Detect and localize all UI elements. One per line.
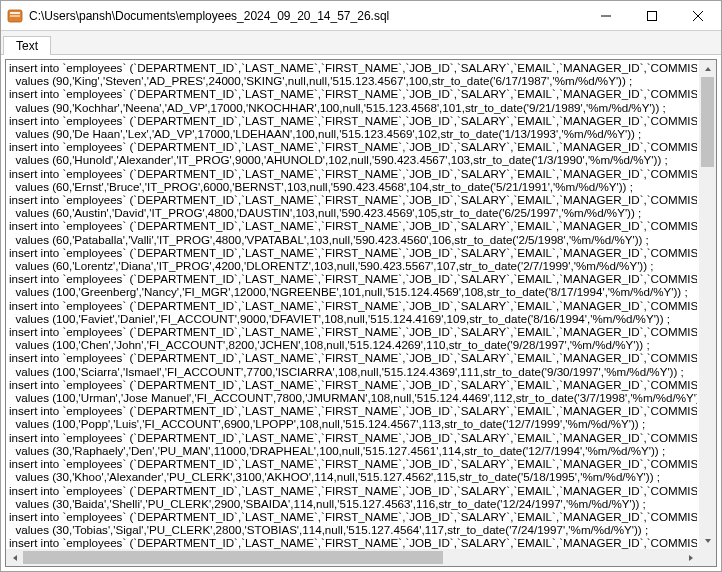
svg-marker-8	[705, 539, 711, 543]
scroll-left-button[interactable]	[6, 549, 23, 566]
text-line: insert into `employees` (`DEPARTMENT_ID`…	[9, 351, 697, 364]
text-line: insert into `employees` (`DEPARTMENT_ID`…	[9, 193, 697, 206]
text-line: values (30,'Raphaely','Den','PU_MAN',110…	[9, 444, 697, 457]
svg-marker-10	[689, 555, 693, 561]
text-line: insert into `employees` (`DEPARTMENT_ID`…	[9, 325, 697, 338]
text-line: insert into `employees` (`DEPARTMENT_ID`…	[9, 378, 697, 391]
text-line: insert into `employees` (`DEPARTMENT_ID`…	[9, 299, 697, 312]
text-line: values (100,'Greenberg','Nancy','FI_MGR'…	[9, 285, 697, 298]
svg-rect-2	[10, 15, 20, 17]
window-title: C:\Users\pansh\Documents\employees_2024_…	[29, 9, 583, 23]
text-line: insert into `employees` (`DEPARTMENT_ID`…	[9, 510, 697, 523]
content-panel: insert into `employees` (`DEPARTMENT_ID`…	[5, 59, 717, 567]
text-line: values (90,'King','Steven','AD_PRES',240…	[9, 74, 697, 87]
scroll-right-button[interactable]	[682, 549, 699, 566]
text-line: insert into `employees` (`DEPARTMENT_ID`…	[9, 114, 697, 127]
horizontal-scroll-thumb[interactable]	[23, 551, 443, 564]
vertical-scrollbar[interactable]	[699, 60, 716, 549]
scroll-up-button[interactable]	[699, 60, 716, 77]
text-line: insert into `employees` (`DEPARTMENT_ID`…	[9, 140, 697, 153]
text-line: values (60,'Lorentz','Diana','IT_PROG',4…	[9, 259, 697, 272]
text-line: insert into `employees` (`DEPARTMENT_ID`…	[9, 61, 697, 74]
text-line: insert into `employees` (`DEPARTMENT_ID`…	[9, 536, 697, 549]
text-line: values (60,'Ernst','Bruce','IT_PROG',600…	[9, 180, 697, 193]
text-line: values (100,'Faviet','Daniel','FI_ACCOUN…	[9, 312, 697, 325]
text-line: insert into `employees` (`DEPARTMENT_ID`…	[9, 219, 697, 232]
minimize-button[interactable]	[583, 1, 629, 30]
text-line: values (60,'Pataballa','Valli','IT_PROG'…	[9, 233, 697, 246]
svg-rect-4	[648, 11, 657, 20]
svg-marker-7	[705, 67, 711, 71]
text-line: values (90,'Kochhar','Neena','AD_VP',170…	[9, 101, 697, 114]
text-area[interactable]: insert into `employees` (`DEPARTMENT_ID`…	[7, 61, 699, 549]
text-line: insert into `employees` (`DEPARTMENT_ID`…	[9, 246, 697, 259]
tab-bar: Text	[1, 31, 721, 55]
horizontal-scroll-track[interactable]	[23, 549, 682, 566]
text-line: insert into `employees` (`DEPARTMENT_ID`…	[9, 272, 697, 285]
text-line: values (60,'Hunold','Alexander','IT_PROG…	[9, 153, 697, 166]
text-line: insert into `employees` (`DEPARTMENT_ID`…	[9, 431, 697, 444]
vertical-scroll-track[interactable]	[699, 77, 716, 532]
window-controls	[583, 1, 721, 30]
window: C:\Users\pansh\Documents\employees_2024_…	[0, 0, 722, 572]
svg-rect-1	[10, 12, 20, 14]
text-line: insert into `employees` (`DEPARTMENT_ID`…	[9, 484, 697, 497]
text-line: values (60,'Austin','David','IT_PROG',48…	[9, 206, 697, 219]
app-icon	[7, 8, 23, 24]
scroll-corner	[699, 549, 716, 566]
vertical-scroll-thumb[interactable]	[701, 77, 714, 167]
text-line: insert into `employees` (`DEPARTMENT_ID`…	[9, 457, 697, 470]
close-button[interactable]	[675, 1, 721, 30]
tab-text[interactable]: Text	[3, 36, 51, 55]
svg-marker-9	[13, 555, 17, 561]
scroll-down-button[interactable]	[699, 532, 716, 549]
text-line: insert into `employees` (`DEPARTMENT_ID`…	[9, 404, 697, 417]
text-line: values (100,'Popp','Luis','FI_ACCOUNT',6…	[9, 417, 697, 430]
text-line: values (30,'Baida','Shelli','PU_CLERK',2…	[9, 497, 697, 510]
text-line: values (100,'Chen','John','FI_ACCOUNT',8…	[9, 338, 697, 351]
text-line: values (100,'Sciarra','Ismael','FI_ACCOU…	[9, 365, 697, 378]
content-wrap: insert into `employees` (`DEPARTMENT_ID`…	[1, 55, 721, 571]
titlebar[interactable]: C:\Users\pansh\Documents\employees_2024_…	[1, 1, 721, 31]
text-line: values (30,'Tobias','Sigal','PU_CLERK',2…	[9, 523, 697, 536]
text-line: insert into `employees` (`DEPARTMENT_ID`…	[9, 87, 697, 100]
maximize-button[interactable]	[629, 1, 675, 30]
text-line: values (90,'De Haan','Lex','AD_VP',17000…	[9, 127, 697, 140]
horizontal-scrollbar[interactable]	[6, 549, 699, 566]
text-line: values (30,'Khoo','Alexander','PU_CLERK'…	[9, 470, 697, 483]
text-line: values (100,'Urman','Jose Manuel','FI_AC…	[9, 391, 697, 404]
text-line: insert into `employees` (`DEPARTMENT_ID`…	[9, 167, 697, 180]
